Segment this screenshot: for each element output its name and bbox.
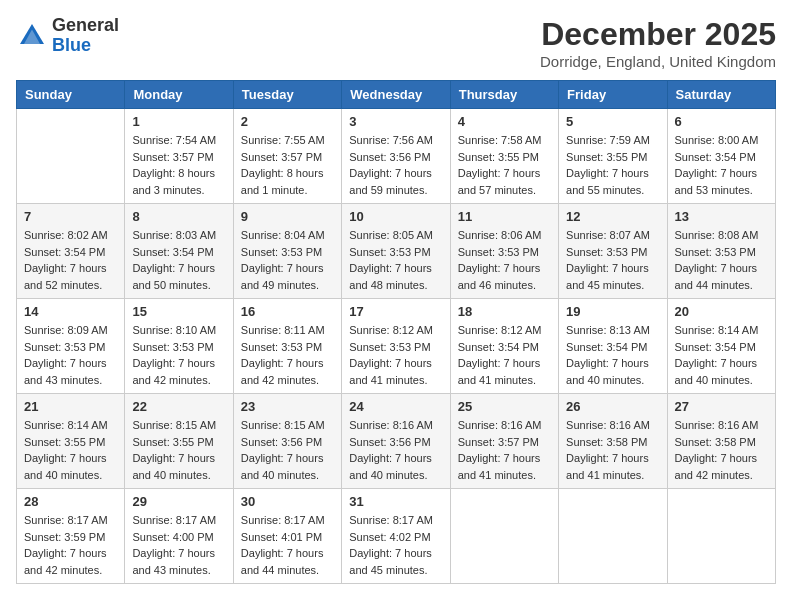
- calendar-cell: 31Sunrise: 8:17 AM Sunset: 4:02 PM Dayli…: [342, 489, 450, 584]
- calendar-cell: 22Sunrise: 8:15 AM Sunset: 3:55 PM Dayli…: [125, 394, 233, 489]
- day-number: 11: [458, 209, 551, 224]
- weekday-header-friday: Friday: [559, 81, 667, 109]
- logo-text: General Blue: [52, 16, 119, 56]
- day-number: 27: [675, 399, 768, 414]
- calendar-cell: 18Sunrise: 8:12 AM Sunset: 3:54 PM Dayli…: [450, 299, 558, 394]
- calendar-cell: 25Sunrise: 8:16 AM Sunset: 3:57 PM Dayli…: [450, 394, 558, 489]
- day-info: Sunrise: 8:13 AM Sunset: 3:54 PM Dayligh…: [566, 322, 659, 388]
- day-info: Sunrise: 8:17 AM Sunset: 4:02 PM Dayligh…: [349, 512, 442, 578]
- day-number: 22: [132, 399, 225, 414]
- day-info: Sunrise: 7:55 AM Sunset: 3:57 PM Dayligh…: [241, 132, 334, 198]
- day-number: 31: [349, 494, 442, 509]
- logo-general-text: General: [52, 16, 119, 36]
- day-number: 3: [349, 114, 442, 129]
- calendar-cell: 11Sunrise: 8:06 AM Sunset: 3:53 PM Dayli…: [450, 204, 558, 299]
- logo: General Blue: [16, 16, 119, 56]
- calendar-cell: 30Sunrise: 8:17 AM Sunset: 4:01 PM Dayli…: [233, 489, 341, 584]
- day-number: 14: [24, 304, 117, 319]
- day-number: 23: [241, 399, 334, 414]
- calendar-cell: 26Sunrise: 8:16 AM Sunset: 3:58 PM Dayli…: [559, 394, 667, 489]
- day-info: Sunrise: 8:02 AM Sunset: 3:54 PM Dayligh…: [24, 227, 117, 293]
- calendar-cell: 8Sunrise: 8:03 AM Sunset: 3:54 PM Daylig…: [125, 204, 233, 299]
- day-info: Sunrise: 8:17 AM Sunset: 4:01 PM Dayligh…: [241, 512, 334, 578]
- calendar-cell: 6Sunrise: 8:00 AM Sunset: 3:54 PM Daylig…: [667, 109, 775, 204]
- day-number: 9: [241, 209, 334, 224]
- day-number: 7: [24, 209, 117, 224]
- calendar-cell: [450, 489, 558, 584]
- day-number: 1: [132, 114, 225, 129]
- page-header: General Blue December 2025 Dorridge, Eng…: [16, 16, 776, 70]
- location-text: Dorridge, England, United Kingdom: [540, 53, 776, 70]
- calendar-cell: [667, 489, 775, 584]
- day-info: Sunrise: 8:16 AM Sunset: 3:58 PM Dayligh…: [675, 417, 768, 483]
- weekday-header-thursday: Thursday: [450, 81, 558, 109]
- calendar-cell: 14Sunrise: 8:09 AM Sunset: 3:53 PM Dayli…: [17, 299, 125, 394]
- calendar-week-row: 28Sunrise: 8:17 AM Sunset: 3:59 PM Dayli…: [17, 489, 776, 584]
- calendar-cell: 24Sunrise: 8:16 AM Sunset: 3:56 PM Dayli…: [342, 394, 450, 489]
- calendar-cell: 7Sunrise: 8:02 AM Sunset: 3:54 PM Daylig…: [17, 204, 125, 299]
- day-info: Sunrise: 8:00 AM Sunset: 3:54 PM Dayligh…: [675, 132, 768, 198]
- day-number: 17: [349, 304, 442, 319]
- day-info: Sunrise: 7:56 AM Sunset: 3:56 PM Dayligh…: [349, 132, 442, 198]
- day-info: Sunrise: 8:15 AM Sunset: 3:56 PM Dayligh…: [241, 417, 334, 483]
- day-number: 21: [24, 399, 117, 414]
- day-info: Sunrise: 7:59 AM Sunset: 3:55 PM Dayligh…: [566, 132, 659, 198]
- calendar-cell: 3Sunrise: 7:56 AM Sunset: 3:56 PM Daylig…: [342, 109, 450, 204]
- day-number: 20: [675, 304, 768, 319]
- day-info: Sunrise: 8:16 AM Sunset: 3:58 PM Dayligh…: [566, 417, 659, 483]
- weekday-header-tuesday: Tuesday: [233, 81, 341, 109]
- calendar-cell: 12Sunrise: 8:07 AM Sunset: 3:53 PM Dayli…: [559, 204, 667, 299]
- day-info: Sunrise: 8:14 AM Sunset: 3:55 PM Dayligh…: [24, 417, 117, 483]
- day-number: 6: [675, 114, 768, 129]
- day-number: 10: [349, 209, 442, 224]
- calendar-cell: [17, 109, 125, 204]
- calendar-cell: 20Sunrise: 8:14 AM Sunset: 3:54 PM Dayli…: [667, 299, 775, 394]
- calendar-week-row: 14Sunrise: 8:09 AM Sunset: 3:53 PM Dayli…: [17, 299, 776, 394]
- day-number: 12: [566, 209, 659, 224]
- day-number: 2: [241, 114, 334, 129]
- calendar-cell: 10Sunrise: 8:05 AM Sunset: 3:53 PM Dayli…: [342, 204, 450, 299]
- day-info: Sunrise: 8:10 AM Sunset: 3:53 PM Dayligh…: [132, 322, 225, 388]
- day-info: Sunrise: 8:11 AM Sunset: 3:53 PM Dayligh…: [241, 322, 334, 388]
- day-number: 15: [132, 304, 225, 319]
- day-number: 29: [132, 494, 225, 509]
- day-number: 5: [566, 114, 659, 129]
- day-info: Sunrise: 8:16 AM Sunset: 3:57 PM Dayligh…: [458, 417, 551, 483]
- day-info: Sunrise: 8:12 AM Sunset: 3:54 PM Dayligh…: [458, 322, 551, 388]
- calendar-cell: 19Sunrise: 8:13 AM Sunset: 3:54 PM Dayli…: [559, 299, 667, 394]
- day-info: Sunrise: 8:17 AM Sunset: 4:00 PM Dayligh…: [132, 512, 225, 578]
- day-number: 16: [241, 304, 334, 319]
- day-info: Sunrise: 8:09 AM Sunset: 3:53 PM Dayligh…: [24, 322, 117, 388]
- day-number: 18: [458, 304, 551, 319]
- title-block: December 2025 Dorridge, England, United …: [540, 16, 776, 70]
- calendar-cell: 5Sunrise: 7:59 AM Sunset: 3:55 PM Daylig…: [559, 109, 667, 204]
- weekday-header-monday: Monday: [125, 81, 233, 109]
- calendar-cell: 16Sunrise: 8:11 AM Sunset: 3:53 PM Dayli…: [233, 299, 341, 394]
- day-number: 28: [24, 494, 117, 509]
- calendar-cell: 9Sunrise: 8:04 AM Sunset: 3:53 PM Daylig…: [233, 204, 341, 299]
- day-info: Sunrise: 8:16 AM Sunset: 3:56 PM Dayligh…: [349, 417, 442, 483]
- calendar-cell: 15Sunrise: 8:10 AM Sunset: 3:53 PM Dayli…: [125, 299, 233, 394]
- calendar-cell: 21Sunrise: 8:14 AM Sunset: 3:55 PM Dayli…: [17, 394, 125, 489]
- weekday-header-wednesday: Wednesday: [342, 81, 450, 109]
- day-number: 4: [458, 114, 551, 129]
- calendar-table: SundayMondayTuesdayWednesdayThursdayFrid…: [16, 80, 776, 584]
- weekday-header-saturday: Saturday: [667, 81, 775, 109]
- logo-blue-text: Blue: [52, 36, 119, 56]
- calendar-cell: [559, 489, 667, 584]
- calendar-cell: 27Sunrise: 8:16 AM Sunset: 3:58 PM Dayli…: [667, 394, 775, 489]
- day-info: Sunrise: 8:17 AM Sunset: 3:59 PM Dayligh…: [24, 512, 117, 578]
- day-number: 13: [675, 209, 768, 224]
- day-number: 8: [132, 209, 225, 224]
- calendar-week-row: 21Sunrise: 8:14 AM Sunset: 3:55 PM Dayli…: [17, 394, 776, 489]
- calendar-week-row: 1Sunrise: 7:54 AM Sunset: 3:57 PM Daylig…: [17, 109, 776, 204]
- day-info: Sunrise: 8:04 AM Sunset: 3:53 PM Dayligh…: [241, 227, 334, 293]
- calendar-cell: 23Sunrise: 8:15 AM Sunset: 3:56 PM Dayli…: [233, 394, 341, 489]
- weekday-header-sunday: Sunday: [17, 81, 125, 109]
- calendar-week-row: 7Sunrise: 8:02 AM Sunset: 3:54 PM Daylig…: [17, 204, 776, 299]
- calendar-cell: 4Sunrise: 7:58 AM Sunset: 3:55 PM Daylig…: [450, 109, 558, 204]
- day-number: 24: [349, 399, 442, 414]
- day-number: 30: [241, 494, 334, 509]
- month-title: December 2025: [540, 16, 776, 53]
- day-info: Sunrise: 8:15 AM Sunset: 3:55 PM Dayligh…: [132, 417, 225, 483]
